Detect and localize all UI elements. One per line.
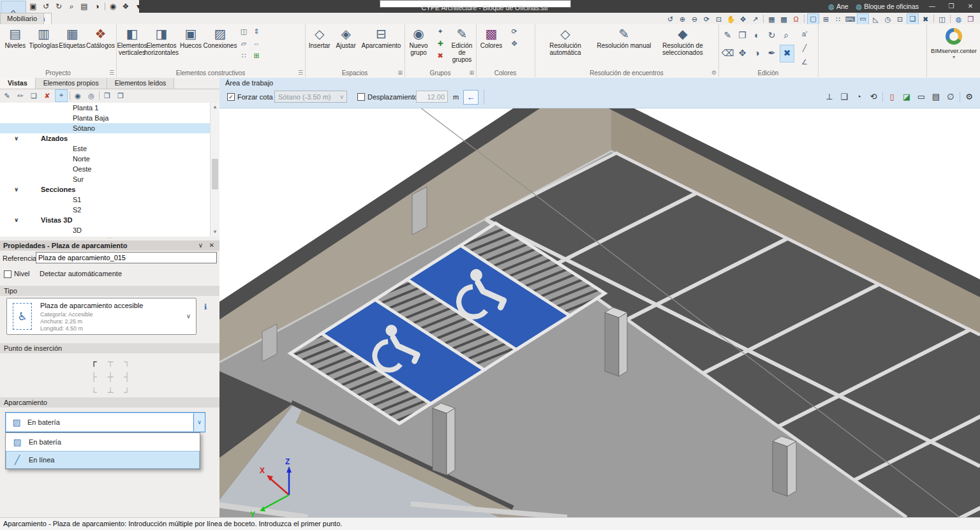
parking-type-selector[interactable]: ♿ Plaza de aparcamiento accesible Catego… (6, 298, 197, 335)
dropdown-option[interactable]: ▨ En batería (6, 433, 200, 451)
dtm-icon[interactable]: ▦ (766, 14, 777, 24)
edit-tool-icon[interactable]: ✥ (736, 45, 749, 61)
ribbon-mini-button[interactable]: ∷ (237, 50, 250, 62)
frame-toggle-icon[interactable]: ▢ (807, 13, 819, 25)
close-button[interactable]: ✕ (961, 0, 980, 13)
ribbon-mini-button[interactable]: ⊞ (250, 50, 263, 62)
customize-icon[interactable]: ▾ (133, 2, 144, 11)
background-icon[interactable]: ◪ (901, 91, 912, 103)
chevron-down-icon[interactable]: ∨ (14, 135, 41, 142)
tree-item[interactable]: ∨ Vistas 3D (0, 215, 211, 225)
chevron-down-icon[interactable]: ▾ (927, 54, 980, 60)
bimserver-logo-icon[interactable] (946, 28, 962, 45)
layers-icon[interactable]: ▤ (930, 91, 942, 103)
redo-icon[interactable]: ↻ (54, 2, 64, 11)
tree-item[interactable]: S2 (0, 205, 211, 215)
edit-tool-icon[interactable]: ◐ (750, 27, 764, 43)
desplazamiento-checkbox[interactable] (357, 93, 365, 101)
tree-scrollbar[interactable]: ▲ ▼ (210, 103, 219, 237)
separator[interactable] (99, 91, 100, 100)
snapshot-icon[interactable]: ◑ (92, 2, 102, 11)
group-launcher-icon[interactable]: ⊞ (469, 70, 474, 76)
edit-tool-icon[interactable]: ◑ (750, 45, 764, 61)
insertion-point-option[interactable]: ┐ (119, 355, 135, 370)
section-box-icon[interactable]: ▯ (886, 91, 898, 103)
tree-item[interactable]: S1 (0, 195, 211, 205)
ribbon-button[interactable]: ◇ Insertar (306, 26, 332, 49)
ribbon-mini-button[interactable]: ✚ (434, 38, 447, 50)
keyboard-input-icon[interactable]: ⌨ (845, 14, 856, 24)
user-button[interactable]: ◍Ane (828, 3, 848, 11)
edit-tool-icon[interactable]: ⌫ (721, 45, 734, 61)
ribbon-mini-button[interactable]: ✥ (508, 38, 521, 50)
tree-item[interactable]: Sótano (0, 123, 211, 133)
tree-item[interactable]: Sur (0, 174, 211, 184)
edit-tool-icon[interactable]: ✎ (721, 27, 734, 43)
ribbon-button[interactable]: ⊟ Aparcamiento (359, 26, 403, 49)
tree-item[interactable]: 3D (0, 225, 211, 235)
separator[interactable] (804, 15, 805, 23)
snap-magnet-icon[interactable]: Ω (791, 14, 801, 24)
book-icon[interactable]: ❒ (101, 90, 113, 101)
insertion-point-option[interactable]: ┼ (102, 370, 119, 385)
protractor-icon[interactable]: ◷ (882, 14, 893, 24)
window-layout-icon[interactable]: ◫ (937, 14, 947, 24)
ribbon-button[interactable]: ✎ Edición de grupos (448, 26, 476, 63)
edit-tool-icon[interactable]: ⌕ (780, 27, 793, 43)
chevron-down-icon[interactable]: ∨ (14, 217, 41, 223)
panel-tab[interactable]: Vistas (0, 78, 36, 89)
ribbon-button[interactable]: ◧ Elementos verticales (117, 26, 147, 56)
view3d-options-icon[interactable]: ⚙ (963, 91, 975, 103)
web-icon[interactable]: ◍ (953, 14, 964, 24)
view-cone-icon[interactable]: ⌖ (55, 89, 68, 102)
redraw-icon[interactable]: ⟳ (701, 14, 712, 24)
separator[interactable] (763, 15, 764, 23)
selection-box-icon[interactable]: ⊡ (895, 14, 905, 24)
new-view-icon[interactable]: ✎ (1, 90, 13, 101)
column[interactable] (773, 436, 796, 496)
collapse-icon[interactable]: ∨ (198, 240, 203, 251)
turntable-icon[interactable]: ⟲ (868, 91, 879, 103)
separator[interactable] (882, 92, 883, 102)
hide-elements-icon[interactable]: ∅ (945, 91, 956, 103)
set-square-icon[interactable]: ◺ (870, 14, 881, 24)
insertion-point-option[interactable]: ┤ (119, 370, 135, 385)
ribbon-mini-button[interactable]: ⇔ (250, 38, 263, 50)
edit-tool-icon[interactable]: ❐ (736, 27, 749, 43)
render-icon[interactable]: ◉ (108, 2, 118, 11)
level-combobox[interactable]: Sótano (-3.50 m) ∨ (274, 91, 347, 103)
dropdown-option[interactable]: ╱ En línea (6, 451, 200, 469)
edit-tool-icon[interactable]: a' (798, 28, 811, 40)
restore-button[interactable]: ❐ (942, 0, 961, 13)
scrollbar-thumb[interactable] (212, 159, 218, 189)
ribbon-button[interactable]: ◈ Ajustar (332, 26, 359, 49)
referencia-input[interactable] (36, 252, 217, 263)
ribbon-mini-button[interactable]: ✖ (434, 50, 447, 62)
duplicate-view-icon[interactable]: ❏ (28, 90, 40, 101)
bimserver-label[interactable]: BIMserver.center (927, 47, 980, 54)
separator[interactable] (105, 3, 105, 10)
ribbon-tab[interactable]: Mobiliario (0, 13, 44, 24)
grid-toggle-icon[interactable]: ⊞ (820, 14, 831, 24)
distance-input[interactable] (416, 91, 448, 103)
orbit-icon[interactable]: ◔ (853, 91, 865, 103)
tree-item[interactable]: Norte (0, 154, 211, 164)
ribbon-button[interactable]: ◇ Resolución automática (536, 26, 595, 56)
ribbon-mini-button[interactable]: ⇕ (250, 26, 263, 38)
ribbon-button[interactable]: ◨ Elementos horizontales (147, 26, 176, 56)
tree-item[interactable]: Planta 1 (0, 103, 211, 113)
edit-tool-icon[interactable]: ↻ (765, 27, 778, 43)
zoom-extents-icon[interactable]: ⊕ (677, 14, 688, 24)
dimension-toggle-icon[interactable]: ▭ (857, 13, 869, 25)
save-icon[interactable]: ▣ (28, 2, 38, 11)
pan-icon[interactable]: ✋ (725, 14, 736, 24)
ribbon-mini-button[interactable]: ✦ (434, 26, 447, 38)
column[interactable] (605, 307, 627, 376)
previous-window-icon[interactable]: ↗ (750, 14, 761, 24)
zoom-out-icon[interactable]: ⊖ (689, 14, 700, 24)
insertion-point-option[interactable]: ┬ (102, 355, 119, 370)
ribbon-button[interactable]: ▤ Niveles (1, 26, 29, 49)
ribbon-button[interactable]: ◉ Nuevo grupo (406, 26, 431, 56)
ribbon-button[interactable]: ❖ Catálogos (86, 26, 115, 49)
ribbon-button[interactable]: ▨ Conexiones (205, 26, 235, 49)
